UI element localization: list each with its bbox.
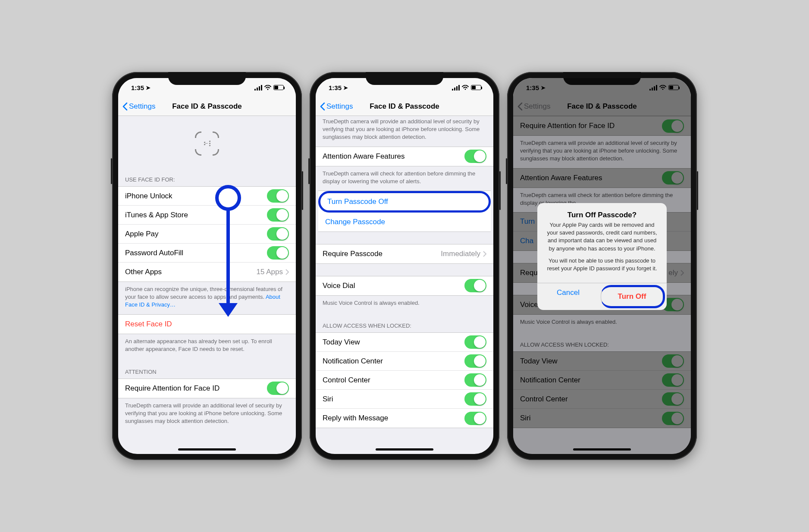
- group-header: ALLOW ACCESS WHEN LOCKED:: [316, 312, 493, 332]
- row-reset-faceid[interactable]: Reset Face ID: [118, 315, 296, 334]
- row-apple-pay[interactable]: Apple Pay: [118, 225, 296, 244]
- chevron-left-icon: [122, 102, 128, 111]
- footer-text: Music Voice Control is always enabled.: [316, 296, 493, 312]
- settings-scroll[interactable]: TrueDepth camera will provide an additio…: [316, 116, 493, 454]
- home-indicator[interactable]: [376, 448, 433, 451]
- signal-icon: [254, 85, 262, 91]
- status-time: 1:35: [131, 84, 144, 91]
- footer-text: iPhone can recognize the unique, three-d…: [118, 282, 296, 314]
- nav-bar: Settings Face ID & Passcode: [118, 97, 296, 116]
- row-change-passcode[interactable]: Change Passcode: [318, 213, 491, 232]
- home-indicator[interactable]: [573, 448, 631, 451]
- alert-message: Your Apple Pay cards will be removed and…: [537, 221, 667, 283]
- alert-dialog: Turn Off Passcode? Your Apple Pay cards …: [537, 203, 667, 310]
- toggle[interactable]: [464, 373, 486, 387]
- row-siri[interactable]: Siri: [316, 390, 493, 409]
- chevron-left-icon: [320, 102, 325, 111]
- row-attention-aware[interactable]: Attention Aware Features: [316, 147, 493, 166]
- location-icon: ➤: [343, 84, 348, 91]
- group-header: USE FACE ID FOR:: [118, 166, 296, 186]
- toggle[interactable]: [464, 392, 486, 406]
- row-require-attention[interactable]: Require Attention for Face ID: [118, 379, 296, 398]
- notch: [168, 72, 246, 85]
- footer-text: TrueDepth camera will check for attentio…: [316, 166, 493, 191]
- row-require-passcode[interactable]: Require PasscodeImmediately: [316, 244, 493, 263]
- alert-title: Turn Off Passcode?: [537, 203, 667, 221]
- toggle[interactable]: [267, 227, 289, 241]
- phone-mockup-2: 1:35➤ Settings Face ID & Passcode TrueDe…: [310, 72, 499, 460]
- faceid-icon: ፦፧: [195, 131, 219, 156]
- alert-cancel-button[interactable]: Cancel: [537, 283, 599, 310]
- svg-point-0: [267, 89, 269, 90]
- footer-text: TrueDepth camera will provide an additio…: [118, 398, 296, 431]
- home-indicator[interactable]: [178, 448, 236, 451]
- wifi-icon: [264, 85, 271, 90]
- alert-turnoff-button[interactable]: Turn Off: [601, 285, 665, 308]
- status-time: 1:35: [329, 84, 342, 91]
- toggle[interactable]: [464, 412, 486, 425]
- row-password-autofill[interactable]: Password AutoFill: [118, 244, 296, 263]
- row-control-center[interactable]: Control Center: [316, 371, 493, 390]
- group-header: ATTENTION: [118, 358, 296, 379]
- toggle[interactable]: [267, 189, 289, 203]
- footer-text: An alternate appearance has already been…: [118, 334, 296, 358]
- settings-scroll[interactable]: ፦፧ USE FACE ID FOR: iPhone Unlock iTunes…: [118, 116, 296, 454]
- toggle[interactable]: [464, 354, 486, 368]
- nav-title: Face ID & Passcode: [370, 102, 439, 111]
- location-icon: ➤: [146, 84, 151, 91]
- back-button[interactable]: Settings: [320, 102, 353, 111]
- battery-icon: [273, 85, 284, 90]
- row-turn-passcode-off[interactable]: Turn Passcode Off: [318, 191, 491, 213]
- toggle[interactable]: [464, 335, 486, 349]
- wifi-icon: [462, 85, 469, 90]
- chevron-right-icon: [285, 269, 289, 275]
- row-notification-center[interactable]: Notification Center: [316, 352, 493, 371]
- signal-icon: [452, 85, 460, 91]
- toggle[interactable]: [267, 382, 289, 395]
- nav-bar: Settings Face ID & Passcode: [316, 97, 493, 116]
- row-reply-message[interactable]: Reply with Message: [316, 409, 493, 428]
- toggle[interactable]: [267, 246, 289, 260]
- phone-mockup-1: 1:35➤ Settings Face ID & Passcode ፦፧ USE…: [112, 72, 302, 460]
- nav-title: Face ID & Passcode: [172, 102, 242, 111]
- row-iphone-unlock[interactable]: iPhone Unlock: [118, 187, 296, 206]
- faceid-hero: ፦፧: [118, 116, 296, 166]
- row-today-view[interactable]: Today View: [316, 333, 493, 352]
- toggle[interactable]: [464, 279, 486, 292]
- footer-text: TrueDepth camera will provide an additio…: [316, 116, 493, 147]
- toggle[interactable]: [464, 150, 486, 163]
- back-button[interactable]: Settings: [122, 102, 155, 111]
- phone-mockup-3: 1:35➤ Settings Face ID & Passcode Requir…: [507, 72, 697, 460]
- toggle[interactable]: [267, 208, 289, 222]
- row-voice-dial[interactable]: Voice Dial: [316, 276, 493, 295]
- row-itunes[interactable]: iTunes & App Store: [118, 206, 296, 225]
- row-other-apps[interactable]: Other Apps15 Apps: [118, 263, 296, 282]
- svg-point-1: [465, 89, 466, 90]
- notch: [366, 72, 443, 85]
- chevron-right-icon: [483, 251, 486, 257]
- battery-icon: [471, 85, 481, 90]
